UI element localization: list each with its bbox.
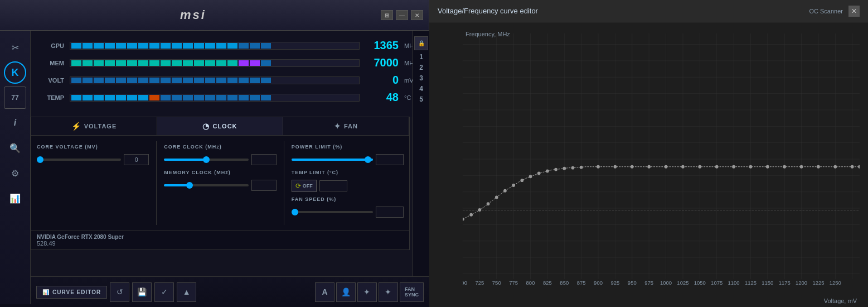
power-input[interactable]: +100 (376, 154, 404, 165)
svg-point-87 (537, 172, 541, 175)
sidebar-icon-info[interactable]: i (4, 112, 26, 134)
svg-point-101 (732, 165, 735, 169)
core-clock-track[interactable] (164, 159, 248, 161)
curve-editor-title: Voltage/Frequency curve editor (438, 7, 538, 15)
sidebar-icon-77[interactable]: 77 (4, 87, 26, 109)
icon-a[interactable]: A (315, 282, 334, 302)
lock-button[interactable]: 🔒 (414, 36, 428, 50)
power-track[interactable] (292, 159, 373, 161)
sidebar-icon-settings[interactable]: ⚙ (4, 162, 26, 184)
voltage-control: CORE VOLTAGE (MV) (34, 141, 152, 225)
msi-titlebar: msi ⊞ — ✕ (0, 0, 429, 31)
gpu-meter-row: GPU 1365 MHz (42, 39, 418, 52)
temp-input[interactable] (319, 180, 347, 191)
apply-button[interactable]: ✓ (154, 282, 174, 302)
icon-person[interactable]: 👤 (336, 282, 356, 302)
svg-text:825: 825 (543, 280, 552, 285)
off-text: OFF (303, 183, 313, 189)
fan-sync-button[interactable]: FANSYNC (400, 282, 424, 302)
profile-2[interactable]: 2 (419, 64, 423, 71)
core-clock-input[interactable]: +0 (251, 154, 277, 165)
fan-speed-input[interactable] (376, 207, 404, 218)
svg-point-94 (614, 165, 617, 169)
profile-3[interactable]: 3 (419, 74, 423, 82)
y-axis-title: Frequency, MHz (465, 31, 510, 37)
svg-point-105 (800, 165, 803, 169)
memory-clock-track[interactable] (164, 184, 248, 186)
save-button[interactable]: 💾 (132, 282, 152, 302)
minimize-btn[interactable]: — (396, 10, 408, 20)
svg-point-107 (833, 165, 837, 169)
clock-icon: ◔ (202, 122, 210, 131)
memory-clock-input[interactable]: +0 (251, 180, 277, 191)
lock-section: 🔒 1 2 3 4 5 (413, 31, 429, 307)
profile-5[interactable]: 5 (419, 95, 423, 103)
temp-label: TEMP (42, 94, 64, 101)
volt-label: VOLT (42, 77, 64, 84)
sidebar-icon-chart[interactable]: 📊 (4, 187, 26, 209)
volt-meter-row: VOLT 0 mV (42, 74, 418, 87)
svg-text:925: 925 (610, 280, 619, 285)
svg-point-98 (681, 165, 685, 169)
svg-text:775: 775 (509, 280, 518, 285)
svg-point-91 (571, 166, 575, 170)
meters-section: GPU 1365 MHz MEM (31, 31, 429, 117)
windows-btn[interactable]: ⊞ (381, 10, 393, 20)
voltage-input[interactable] (124, 154, 149, 165)
curve-editor-panel: Voltage/Frequency curve editor OC Scanne… (429, 0, 868, 307)
msi-logo: msi (6, 8, 381, 22)
gpu-label: GPU (42, 42, 64, 49)
gpu-info: NVIDIA GeForce RTX 2080 Super 528.49 (31, 231, 409, 250)
divider-2 (284, 141, 284, 225)
svg-point-79 (469, 213, 473, 217)
profile-1[interactable]: 1 (419, 53, 423, 61)
icon-fan2[interactable]: ✦ (357, 282, 377, 302)
curve-editor-label: CURVE EDITOR (52, 289, 101, 295)
svg-text:700: 700 (463, 280, 467, 285)
svg-point-99 (698, 165, 701, 169)
volt-value: 0 (365, 74, 399, 87)
svg-text:900: 900 (594, 280, 603, 285)
fan-speed-row (292, 207, 404, 218)
oc-scanner-button[interactable]: OC Scanner (809, 8, 843, 15)
reset-button[interactable]: ↺ (110, 282, 129, 302)
gpu-clock-value: 528.49 (37, 240, 404, 247)
svg-text:750: 750 (492, 280, 501, 285)
icon-fan3[interactable]: ✦ (379, 282, 398, 302)
svg-point-90 (562, 167, 566, 170)
svg-point-78 (463, 218, 464, 221)
svg-point-96 (647, 165, 651, 169)
sidebar-icon-k[interactable]: K (4, 61, 26, 84)
gpu-name: NVIDIA GeForce RTX 2080 Super (37, 234, 404, 240)
voltage-slider-track[interactable] (37, 159, 121, 161)
off-button[interactable]: ⟳ OFF (292, 180, 317, 192)
svg-text:1250: 1250 (830, 280, 841, 285)
fan-control: POWER LIMIT (%) +100 TEMP LIMIT (°C) ⟳ (289, 141, 406, 225)
curve-editor-titlebar: Voltage/Frequency curve editor OC Scanne… (429, 0, 868, 22)
sidebar-icon-scissors[interactable]: ✂ (4, 36, 26, 59)
curve-chart-area: Frequency, MHz Voltage, mV (429, 22, 868, 307)
svg-text:1200: 1200 (796, 280, 807, 285)
curve-editor-button[interactable]: 📊 CURVE EDITOR (36, 286, 107, 299)
sidebar-icon-search[interactable]: 🔍 (4, 137, 26, 159)
close-btn[interactable]: ✕ (411, 10, 423, 20)
up-button[interactable]: ▲ (177, 282, 196, 302)
fan-icon: ✦ (334, 122, 341, 131)
svg-point-80 (478, 208, 482, 212)
svg-point-95 (631, 165, 634, 169)
gpu-bar (70, 42, 360, 50)
memory-clock-label: MEMORY CLOCK (MHz) (164, 170, 276, 175)
clock-control: CORE CLOCK (MHz) +0 MEMORY CLOCK (MHz) (161, 141, 279, 225)
curve-close-button[interactable]: ✕ (848, 6, 860, 17)
svg-point-81 (487, 202, 490, 205)
svg-point-83 (503, 189, 507, 193)
fan-speed-track[interactable] (292, 211, 373, 213)
tab-voltage[interactable]: ⚡ VOLTAGE (31, 117, 157, 135)
tab-clock[interactable]: ◔ CLOCK (157, 117, 283, 135)
power-slider-row: +100 (292, 154, 404, 165)
tab-fan[interactable]: ✦ FAN (283, 117, 409, 135)
profile-4[interactable]: 4 (419, 85, 423, 93)
temp-limit-label: TEMP LIMIT (°C) (292, 170, 404, 175)
curve-chart-svg: 3400 3200 3000 2800 2600 2400 2200 2000 … (463, 33, 860, 285)
msi-panel: msi ⊞ — ✕ ✂ K 77 i 🔍 ⚙ 📊 GPU (0, 0, 429, 307)
